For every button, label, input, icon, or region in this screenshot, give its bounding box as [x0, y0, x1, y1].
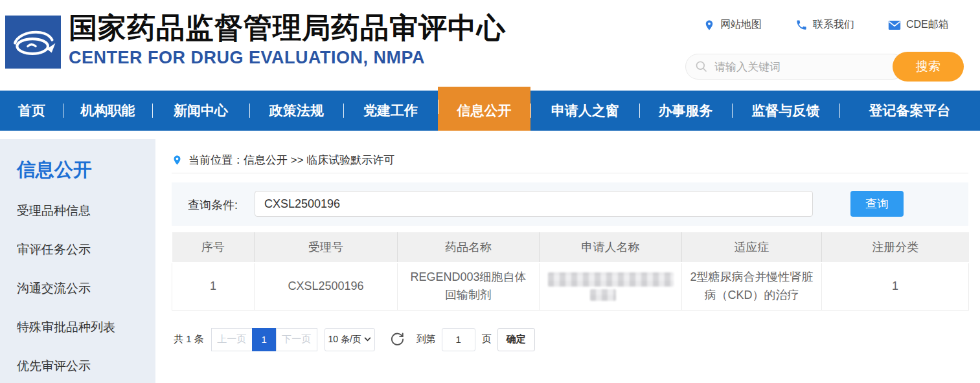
phone-icon — [795, 19, 808, 31]
col-header-seq: 序号 — [172, 232, 255, 263]
sidebar: 信息公开 受理品种信息 审评任务公示 沟通交流公示 特殊审批品种列表 优先审评公… — [0, 139, 155, 383]
table-header-row: 序号 受理号 药品名称 申请人名称 适应症 注册分类 — [172, 232, 969, 263]
header-quick-links: 网站地图 联系我们 CDE邮箱 — [703, 18, 949, 32]
page: 国家药品监督管理局药品审评中心 CENTER FOR DRUG EVALUATI… — [0, 0, 980, 383]
refresh-button[interactable] — [389, 331, 406, 348]
contact-link-label: 联系我们 — [813, 18, 854, 32]
site-header: 国家药品监督管理局药品审评中心 CENTER FOR DRUG EVALUATI… — [0, 0, 980, 91]
sitemap-link-label: 网站地图 — [720, 18, 762, 32]
goto-page-label: 到第 — [416, 333, 436, 345]
query-button[interactable]: 查询 — [850, 191, 904, 217]
main-nav: 首页 机构职能 新闻中心 政策法规 党建工作 信息公开 申请人之窗 办事服务 监… — [0, 91, 980, 131]
applicant-redacted-blur-2 — [590, 289, 616, 301]
nav-item-registration-platform[interactable]: 登记备案平台 — [839, 91, 980, 131]
query-panel: 查询条件: 查询 — [172, 182, 968, 226]
cde-mail-link[interactable]: CDE邮箱 — [888, 18, 949, 32]
current-page-button[interactable]: 1 — [252, 328, 277, 351]
nav-item-policies[interactable]: 政策法规 — [249, 91, 343, 131]
col-header-drug-name: 药品名称 — [398, 232, 540, 263]
col-header-acceptance-no: 受理号 — [255, 232, 398, 263]
result-table: 序号 受理号 药品名称 申请人名称 适应症 注册分类 1 CXSL2500196… — [172, 232, 969, 311]
cell-indication: 2型糖尿病合并慢性肾脏病（CKD）的治疗 — [682, 263, 822, 310]
nav-item-functions[interactable]: 机构职能 — [63, 91, 152, 131]
site-subtitle: CENTER FOR DRUG EVALUATION, NMPA — [69, 48, 506, 68]
nav-item-services[interactable]: 办事服务 — [639, 91, 731, 131]
pagination-total: 共 1 条 — [174, 333, 204, 345]
query-input[interactable] — [255, 191, 813, 217]
col-header-applicant: 申请人名称 — [540, 232, 682, 263]
nav-item-party[interactable]: 党建工作 — [343, 91, 437, 131]
cde-logo — [5, 16, 61, 69]
page-size-select[interactable]: 10 条/页 — [325, 328, 375, 351]
sidebar-item-priority-review[interactable]: 优先审评公示 — [0, 347, 155, 383]
breadcrumb: 当前位置：信息公开 >> 临床试验默示许可 — [172, 148, 968, 173]
main-content: 当前位置：信息公开 >> 临床试验默示许可 查询条件: 查询 序号 受理号 药品… — [172, 148, 968, 351]
nav-item-supervision[interactable]: 监督与反馈 — [732, 91, 839, 131]
col-header-indication: 适应症 — [682, 232, 822, 263]
cell-acceptance-no: CXSL2500196 — [255, 263, 398, 310]
next-page-button[interactable]: 下一页 — [276, 328, 317, 351]
header-search: 请输入关键词 搜索 — [685, 52, 964, 82]
site-title: 国家药品监督管理局药品审评中心 — [69, 12, 506, 45]
applicant-redacted-blur — [548, 272, 674, 287]
contact-link[interactable]: 联系我们 — [795, 18, 854, 32]
breadcrumb-text: 当前位置：信息公开 >> 临床试验默示许可 — [188, 153, 394, 168]
sidebar-item-special-approval[interactable]: 特殊审批品种列表 — [0, 308, 155, 347]
cell-registration-class: 1 — [822, 263, 969, 310]
search-input[interactable]: 请输入关键词 — [685, 54, 906, 80]
goto-page-unit: 页 — [482, 333, 492, 345]
sidebar-item-review-tasks[interactable]: 审评任务公示 — [0, 230, 155, 269]
cell-seq: 1 — [172, 263, 255, 310]
cell-applicant — [540, 263, 682, 310]
breadcrumb-pin-icon — [172, 153, 183, 167]
page-size-value: 10 条/页 — [328, 334, 361, 345]
cde-mail-link-label: CDE邮箱 — [906, 18, 949, 32]
pagination: 共 1 条 上一页 1 下一页 10 条/页 到第 页 确定 — [172, 328, 968, 351]
table-row: 1 CXSL2500196 REGEND003细胞自体回输制剂 2型糖尿病合并慢… — [172, 263, 969, 310]
search-button[interactable]: 搜索 — [893, 52, 964, 82]
location-pin-icon — [703, 19, 715, 32]
nav-item-home[interactable]: 首页 — [0, 91, 63, 131]
pagination-buttons: 上一页 1 下一页 — [211, 328, 317, 351]
search-icon — [695, 60, 708, 73]
sidebar-item-accepted-products[interactable]: 受理品种信息 — [0, 192, 155, 230]
nav-item-news[interactable]: 新闻中心 — [152, 91, 249, 131]
prev-page-button[interactable]: 上一页 — [211, 328, 253, 351]
sidebar-item-communication[interactable]: 沟通交流公示 — [0, 269, 155, 308]
nav-item-applicant-window[interactable]: 申请人之窗 — [530, 91, 639, 131]
sitemap-link[interactable]: 网站地图 — [703, 18, 762, 32]
refresh-icon — [390, 332, 405, 347]
search-placeholder: 请输入关键词 — [714, 60, 781, 74]
cell-drug-name: REGEND003细胞自体回输制剂 — [398, 263, 540, 310]
sidebar-menu: 受理品种信息 审评任务公示 沟通交流公示 特殊审批品种列表 优先审评公示 — [0, 192, 155, 383]
confirm-button[interactable]: 确定 — [497, 328, 535, 351]
query-label: 查询条件: — [188, 197, 238, 213]
goto-page-input[interactable] — [442, 328, 475, 351]
envelope-icon — [888, 20, 901, 30]
fish-logo-icon — [5, 16, 61, 69]
nav-item-info-disclosure[interactable]: 信息公开 — [438, 87, 531, 131]
chevron-down-icon — [364, 337, 371, 342]
col-header-registration-class: 注册分类 — [822, 232, 969, 263]
sidebar-title: 信息公开 — [0, 139, 155, 181]
site-title-block: 国家药品监督管理局药品审评中心 CENTER FOR DRUG EVALUATI… — [69, 12, 506, 68]
